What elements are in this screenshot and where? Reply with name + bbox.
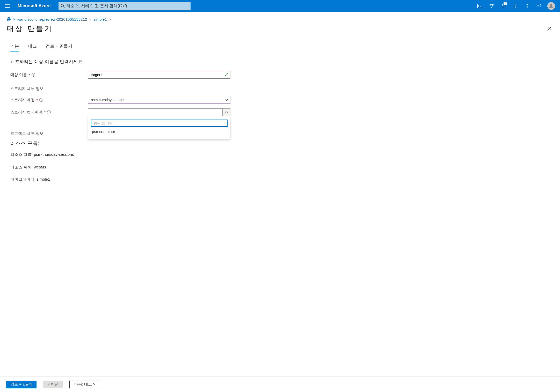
cloud-shell-icon[interactable] <box>474 0 485 12</box>
title-row: 대상 만들기 <box>0 22 560 39</box>
label-text: 스토리지 컨테이너 <box>10 110 42 115</box>
svg-point-2 <box>9 7 10 8</box>
target-name-input[interactable] <box>88 71 230 79</box>
info-icon[interactable]: i <box>32 73 35 77</box>
tab-review[interactable]: 검토 + 만들기 <box>46 43 72 51</box>
required-mark: * <box>44 110 46 114</box>
loc-value: westus <box>34 165 46 169</box>
storage-container-dropdown[interactable] <box>88 108 230 116</box>
mig-label: 마이그레이터: <box>10 177 36 181</box>
svg-point-7 <box>539 5 539 5</box>
required-mark: * <box>28 73 30 77</box>
search-box[interactable] <box>59 2 191 10</box>
search-input[interactable] <box>66 4 188 8</box>
svg-point-5 <box>515 5 516 7</box>
storage-account-dropdown[interactable]: osmthursdaystorage <box>88 96 230 104</box>
breadcrumb: 홈 > wandisco.ldm-preview-20201005155212 … <box>0 12 560 22</box>
subscription-label: 리소스 구독: <box>10 140 550 146</box>
breadcrumb-sep: > <box>109 17 111 21</box>
close-icon <box>547 27 551 31</box>
tab-tags[interactable]: 태그 <box>28 43 37 51</box>
breadcrumb-sep: > <box>89 17 91 21</box>
tabs: 기본 태그 검토 + 만들기 <box>10 43 550 51</box>
migrator-line: 마이그레이터: simple1 <box>10 177 550 182</box>
validation-check-icon <box>224 73 228 78</box>
row-storage-container: 스토리지 컨테이너* i psmcontainer <box>10 108 550 116</box>
user-icon <box>548 3 554 9</box>
chevron-down-icon <box>224 98 228 102</box>
breadcrumb-item-2[interactable]: simple1 <box>93 17 107 21</box>
rg-value: psm-thursday-sessions <box>34 152 74 157</box>
search-icon <box>61 4 65 8</box>
location-line: 리소스 위치: westus <box>10 165 550 170</box>
svg-point-6 <box>538 4 541 7</box>
label-storage-account: 스토리지 계정 * i <box>10 98 88 102</box>
svg-point-0 <box>9 4 10 5</box>
label-text: 스토리지 계정 <box>10 98 35 102</box>
instruction-text: 배포하려는 대상 이름을 입력하세요. <box>10 59 550 65</box>
notifications-icon[interactable]: 1 <box>498 0 509 12</box>
help-icon[interactable] <box>522 0 533 12</box>
page-title: 대상 만들기 <box>7 24 53 33</box>
mig-value: simple1 <box>37 177 50 181</box>
loc-label: 리소스 위치: <box>10 165 33 169</box>
chevron-up-icon <box>222 109 230 116</box>
dropdown-option[interactable]: psmcontainer <box>91 127 228 136</box>
dropdown-value: osmthursdaystorage <box>91 98 124 102</box>
svg-point-9 <box>550 4 552 6</box>
row-storage-account: 스토리지 계정 * i osmthursdaystorage <box>10 96 550 104</box>
topbar: Microsoft Azure 1 <box>0 0 560 12</box>
storage-heading: 스토리지 세부 정보 <box>10 86 550 91</box>
directory-filter-icon[interactable] <box>486 0 497 12</box>
dropdown-panel: psmcontainer <box>88 117 230 139</box>
required-mark: * <box>36 98 38 102</box>
rg-label: 리소스 그룹: <box>10 152 33 157</box>
content: 기본 태그 검토 + 만들기 배포하려는 대상 이름을 입력하세요. 대상 이름… <box>0 43 560 218</box>
tab-basic[interactable]: 기본 <box>10 43 19 51</box>
label-target-name: 대상 이름 * i <box>10 72 88 77</box>
close-button[interactable] <box>546 25 553 33</box>
row-target-name: 대상 이름 * i <box>10 71 550 79</box>
menu-toggle[interactable] <box>3 2 11 10</box>
breadcrumb-sep: > <box>13 17 15 21</box>
brand[interactable]: Microsoft Azure <box>18 3 51 9</box>
svg-point-1 <box>9 6 10 6</box>
hamburger-icon <box>5 4 10 8</box>
feedback-icon[interactable] <box>534 0 545 12</box>
info-icon[interactable]: i <box>39 98 43 102</box>
breadcrumb-item-1[interactable]: wandisco.ldm-preview-20201005155212 <box>17 17 87 21</box>
account-avatar[interactable] <box>546 0 557 12</box>
resource-group-line: 리소스 그룹: psm-thursday-sessions <box>10 152 550 157</box>
svg-rect-4 <box>478 4 482 8</box>
settings-icon[interactable] <box>510 0 521 12</box>
svg-point-8 <box>540 5 540 5</box>
dropdown-filter-input[interactable] <box>91 120 228 127</box>
breadcrumb-home[interactable]: 홈 <box>7 17 11 22</box>
topbar-icons: 1 <box>474 0 557 12</box>
notification-badge: 1 <box>504 2 507 5</box>
label-storage-container: 스토리지 컨테이너* i <box>10 108 88 115</box>
svg-point-3 <box>61 4 63 7</box>
label-text: 대상 이름 <box>10 72 27 77</box>
info-icon[interactable]: i <box>47 110 51 114</box>
